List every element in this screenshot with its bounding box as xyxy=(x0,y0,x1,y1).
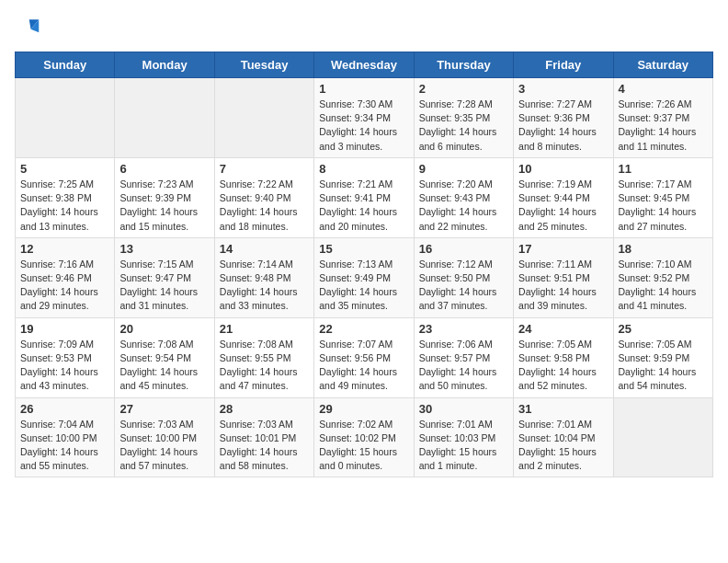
day-number: 19 xyxy=(20,322,109,336)
day-info: Sunrise: 7:11 AM Sunset: 9:51 PM Dayligh… xyxy=(518,258,608,314)
day-number: 30 xyxy=(419,402,508,416)
day-info: Sunrise: 7:30 AM Sunset: 9:34 PM Dayligh… xyxy=(319,98,408,154)
calendar-week-4: 19Sunrise: 7:09 AM Sunset: 9:53 PM Dayli… xyxy=(16,317,713,397)
day-number: 18 xyxy=(619,242,708,256)
weekday-header-sunday: Sunday xyxy=(16,52,115,78)
calendar-cell: 27Sunrise: 7:03 AM Sunset: 10:00 PM Dayl… xyxy=(115,397,214,477)
calendar-cell: 20Sunrise: 7:08 AM Sunset: 9:54 PM Dayli… xyxy=(115,317,214,397)
day-number: 31 xyxy=(518,402,608,416)
calendar-cell: 2Sunrise: 7:28 AM Sunset: 9:35 PM Daylig… xyxy=(414,78,513,158)
day-number: 17 xyxy=(518,242,608,256)
calendar-cell xyxy=(613,397,712,477)
calendar-cell xyxy=(214,78,313,158)
day-number: 24 xyxy=(518,322,608,336)
day-info: Sunrise: 7:04 AM Sunset: 10:00 PM Daylig… xyxy=(20,418,109,474)
calendar-cell: 19Sunrise: 7:09 AM Sunset: 9:53 PM Dayli… xyxy=(16,317,115,397)
day-number: 10 xyxy=(518,162,608,176)
calendar-cell xyxy=(115,78,214,158)
day-info: Sunrise: 7:12 AM Sunset: 9:50 PM Dayligh… xyxy=(419,258,508,314)
day-number: 11 xyxy=(619,162,708,176)
logo-icon xyxy=(15,15,40,40)
day-number: 14 xyxy=(220,242,309,256)
calendar-cell: 31Sunrise: 7:01 AM Sunset: 10:04 PM Dayl… xyxy=(514,397,613,477)
day-number: 15 xyxy=(319,242,408,256)
calendar-cell xyxy=(16,78,115,158)
weekday-header-monday: Monday xyxy=(115,52,214,78)
weekday-header-saturday: Saturday xyxy=(613,52,712,78)
day-info: Sunrise: 7:19 AM Sunset: 9:44 PM Dayligh… xyxy=(518,178,608,234)
day-info: Sunrise: 7:01 AM Sunset: 10:03 PM Daylig… xyxy=(419,418,508,474)
weekday-header-friday: Friday xyxy=(514,52,613,78)
calendar-cell: 16Sunrise: 7:12 AM Sunset: 9:50 PM Dayli… xyxy=(414,237,513,317)
calendar-cell: 1Sunrise: 7:30 AM Sunset: 9:34 PM Daylig… xyxy=(314,78,414,158)
calendar-cell: 21Sunrise: 7:08 AM Sunset: 9:55 PM Dayli… xyxy=(214,317,313,397)
day-number: 28 xyxy=(220,402,309,416)
day-info: Sunrise: 7:22 AM Sunset: 9:40 PM Dayligh… xyxy=(220,178,309,234)
day-info: Sunrise: 7:10 AM Sunset: 9:52 PM Dayligh… xyxy=(619,258,708,314)
day-number: 4 xyxy=(619,82,708,96)
day-info: Sunrise: 7:01 AM Sunset: 10:04 PM Daylig… xyxy=(518,418,608,474)
day-number: 6 xyxy=(119,162,209,176)
weekday-header-row: SundayMondayTuesdayWednesdayThursdayFrid… xyxy=(16,52,713,78)
calendar-week-1: 1Sunrise: 7:30 AM Sunset: 9:34 PM Daylig… xyxy=(16,78,713,158)
day-number: 12 xyxy=(20,242,109,256)
day-info: Sunrise: 7:07 AM Sunset: 9:56 PM Dayligh… xyxy=(319,338,408,394)
calendar-cell: 17Sunrise: 7:11 AM Sunset: 9:51 PM Dayli… xyxy=(514,237,613,317)
calendar-cell: 6Sunrise: 7:23 AM Sunset: 9:39 PM Daylig… xyxy=(115,157,214,237)
calendar-cell: 18Sunrise: 7:10 AM Sunset: 9:52 PM Dayli… xyxy=(613,237,712,317)
day-info: Sunrise: 7:17 AM Sunset: 9:45 PM Dayligh… xyxy=(619,178,708,234)
calendar-cell: 9Sunrise: 7:20 AM Sunset: 9:43 PM Daylig… xyxy=(414,157,513,237)
day-number: 20 xyxy=(119,322,209,336)
day-info: Sunrise: 7:08 AM Sunset: 9:54 PM Dayligh… xyxy=(119,338,209,394)
day-info: Sunrise: 7:16 AM Sunset: 9:46 PM Dayligh… xyxy=(20,258,109,314)
day-info: Sunrise: 7:05 AM Sunset: 9:58 PM Dayligh… xyxy=(518,338,608,394)
day-number: 22 xyxy=(319,322,408,336)
day-number: 23 xyxy=(419,322,508,336)
day-info: Sunrise: 7:08 AM Sunset: 9:55 PM Dayligh… xyxy=(220,338,309,394)
day-number: 1 xyxy=(319,82,408,96)
calendar-cell: 24Sunrise: 7:05 AM Sunset: 9:58 PM Dayli… xyxy=(514,317,613,397)
weekday-header-wednesday: Wednesday xyxy=(314,52,414,78)
day-number: 25 xyxy=(619,322,708,336)
day-info: Sunrise: 7:14 AM Sunset: 9:48 PM Dayligh… xyxy=(220,258,309,314)
day-number: 8 xyxy=(319,162,408,176)
calendar-cell: 23Sunrise: 7:06 AM Sunset: 9:57 PM Dayli… xyxy=(414,317,513,397)
calendar-cell: 29Sunrise: 7:02 AM Sunset: 10:02 PM Dayl… xyxy=(314,397,414,477)
day-number: 21 xyxy=(220,322,309,336)
day-info: Sunrise: 7:13 AM Sunset: 9:49 PM Dayligh… xyxy=(319,258,408,314)
header xyxy=(15,15,713,40)
calendar-week-2: 5Sunrise: 7:25 AM Sunset: 9:38 PM Daylig… xyxy=(16,157,713,237)
day-number: 7 xyxy=(220,162,309,176)
day-info: Sunrise: 7:15 AM Sunset: 9:47 PM Dayligh… xyxy=(119,258,209,314)
day-info: Sunrise: 7:20 AM Sunset: 9:43 PM Dayligh… xyxy=(419,178,508,234)
calendar-cell: 13Sunrise: 7:15 AM Sunset: 9:47 PM Dayli… xyxy=(115,237,214,317)
calendar-cell: 5Sunrise: 7:25 AM Sunset: 9:38 PM Daylig… xyxy=(16,157,115,237)
calendar-cell: 15Sunrise: 7:13 AM Sunset: 9:49 PM Dayli… xyxy=(314,237,414,317)
calendar-cell: 3Sunrise: 7:27 AM Sunset: 9:36 PM Daylig… xyxy=(514,78,613,158)
day-info: Sunrise: 7:03 AM Sunset: 10:00 PM Daylig… xyxy=(119,418,209,474)
day-info: Sunrise: 7:28 AM Sunset: 9:35 PM Dayligh… xyxy=(419,98,508,154)
calendar-cell: 4Sunrise: 7:26 AM Sunset: 9:37 PM Daylig… xyxy=(613,78,712,158)
calendar-cell: 11Sunrise: 7:17 AM Sunset: 9:45 PM Dayli… xyxy=(613,157,712,237)
calendar-cell: 26Sunrise: 7:04 AM Sunset: 10:00 PM Dayl… xyxy=(16,397,115,477)
day-number: 29 xyxy=(319,402,408,416)
calendar-cell: 7Sunrise: 7:22 AM Sunset: 9:40 PM Daylig… xyxy=(214,157,313,237)
day-info: Sunrise: 7:23 AM Sunset: 9:39 PM Dayligh… xyxy=(119,178,209,234)
weekday-header-tuesday: Tuesday xyxy=(214,52,313,78)
day-number: 2 xyxy=(419,82,508,96)
weekday-header-thursday: Thursday xyxy=(414,52,513,78)
calendar-cell: 22Sunrise: 7:07 AM Sunset: 9:56 PM Dayli… xyxy=(314,317,414,397)
day-info: Sunrise: 7:02 AM Sunset: 10:02 PM Daylig… xyxy=(319,418,408,474)
day-info: Sunrise: 7:27 AM Sunset: 9:36 PM Dayligh… xyxy=(518,98,608,154)
calendar-cell: 30Sunrise: 7:01 AM Sunset: 10:03 PM Dayl… xyxy=(414,397,513,477)
calendar-week-3: 12Sunrise: 7:16 AM Sunset: 9:46 PM Dayli… xyxy=(16,237,713,317)
calendar-cell: 12Sunrise: 7:16 AM Sunset: 9:46 PM Dayli… xyxy=(16,237,115,317)
calendar-cell: 14Sunrise: 7:14 AM Sunset: 9:48 PM Dayli… xyxy=(214,237,313,317)
day-info: Sunrise: 7:25 AM Sunset: 9:38 PM Dayligh… xyxy=(20,178,109,234)
day-info: Sunrise: 7:03 AM Sunset: 10:01 PM Daylig… xyxy=(220,418,309,474)
calendar-table: SundayMondayTuesdayWednesdayThursdayFrid… xyxy=(15,52,713,477)
calendar-cell: 28Sunrise: 7:03 AM Sunset: 10:01 PM Dayl… xyxy=(214,397,313,477)
logo xyxy=(15,15,40,40)
day-number: 3 xyxy=(518,82,608,96)
day-info: Sunrise: 7:26 AM Sunset: 9:37 PM Dayligh… xyxy=(619,98,708,154)
